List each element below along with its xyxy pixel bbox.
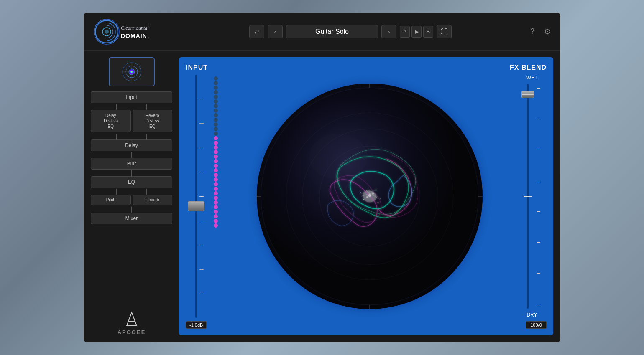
input-fader-track[interactable] <box>195 75 197 318</box>
settings-button[interactable]: ⚙ <box>542 26 553 38</box>
play-ab-button[interactable]: ▶ <box>411 26 422 38</box>
logo-area: Clearmountain's DOMAIN ™ <box>91 17 174 46</box>
vu-dot-10 <box>214 118 218 122</box>
shuffle-button[interactable]: ⇄ <box>249 25 264 38</box>
blur-chain-item[interactable]: Blur <box>91 158 172 170</box>
fx-mid-marker <box>524 196 532 197</box>
svg-point-18 <box>319 146 420 246</box>
settings-icon: ⚙ <box>544 27 551 36</box>
main-display: INPUT FX BLEND <box>179 57 553 335</box>
vu-dot-29 <box>214 205 218 209</box>
svg-point-25 <box>377 202 378 203</box>
vu-meter <box>210 75 222 300</box>
vu-dot-28 <box>214 200 218 205</box>
next-icon: › <box>388 28 390 35</box>
vu-dot-13 <box>214 132 218 136</box>
reverb-chain-item[interactable]: Reverb <box>133 195 173 205</box>
vu-dot-3 <box>214 86 218 90</box>
fx-fader-track[interactable] <box>527 84 529 309</box>
sphere-container <box>227 75 512 318</box>
svg-point-28 <box>309 134 368 180</box>
vu-dot-27 <box>214 196 218 200</box>
svg-point-21 <box>366 196 368 198</box>
vu-dot-16 <box>214 145 218 150</box>
svg-marker-13 <box>127 312 137 326</box>
vu-dot-26 <box>214 191 218 195</box>
next-preset-button[interactable]: › <box>381 25 396 38</box>
prev-preset-button[interactable]: ‹ <box>268 25 283 38</box>
vu-dot-7 <box>214 104 218 108</box>
help-button[interactable]: ? <box>526 26 538 38</box>
b-button[interactable]: B <box>423 26 433 38</box>
visualizer-button[interactable] <box>109 57 155 86</box>
plugin-window: Clearmountain's DOMAIN ™ ⇄ ‹ Guitar Solo… <box>84 13 560 342</box>
svg-text:DOMAIN: DOMAIN <box>121 33 147 39</box>
input-db-display: -1.0dB <box>186 321 207 329</box>
vu-dot-24 <box>214 182 218 186</box>
pitch-reverb-row: Pitch Reverb <box>91 195 172 206</box>
de-ess-row: DelayDe-EssEQ ReverbDe-EssEQ <box>91 110 172 133</box>
vu-dot-20 <box>214 164 218 168</box>
sphere-viz-svg <box>257 84 483 309</box>
input-chain-item[interactable]: Input <box>91 91 172 103</box>
pitch-chain-item[interactable]: Pitch <box>91 195 131 205</box>
header-controls: ⇄ ‹ Guitar Solo › A ▶ B <box>179 25 521 38</box>
apogee-icon-svg <box>123 311 140 327</box>
vu-dot-23 <box>214 178 218 182</box>
vu-dot-31 <box>214 214 218 218</box>
svg-point-20 <box>368 194 371 197</box>
bottom-row: -1.0dB 100/0 <box>186 321 547 329</box>
a-button[interactable]: A <box>400 26 410 38</box>
vu-dot-25 <box>214 187 218 191</box>
b-label: B <box>427 29 430 35</box>
vu-dot-5 <box>214 95 218 99</box>
vu-dot-18 <box>214 155 218 159</box>
eq-chain-item[interactable]: EQ <box>91 176 172 188</box>
svg-point-23 <box>363 199 364 200</box>
vu-dot-15 <box>214 141 218 145</box>
vu-dot-8 <box>214 109 218 113</box>
vu-dot-30 <box>214 210 218 214</box>
delay-de-ess-eq-item[interactable]: DelayDe-EssEQ <box>91 110 131 132</box>
display-header: INPUT FX BLEND <box>186 64 547 71</box>
a-label: A <box>403 29 406 35</box>
expand-button[interactable]: ⛶ <box>437 25 452 38</box>
preset-name-display: Guitar Solo <box>286 25 378 38</box>
wet-label: WET <box>526 75 538 81</box>
svg-point-3 <box>105 30 109 34</box>
vu-dot-21 <box>214 168 218 172</box>
shuffle-icon: ⇄ <box>254 28 259 35</box>
header-right: ? ⚙ <box>526 26 553 38</box>
svg-point-26 <box>360 192 361 193</box>
preset-name-text: Guitar Solo <box>315 28 349 36</box>
vu-dot-2 <box>214 81 218 85</box>
svg-point-24 <box>375 190 376 191</box>
reverb-de-ess-eq-item[interactable]: ReverbDe-EssEQ <box>133 110 173 132</box>
svg-point-27 <box>380 198 381 199</box>
vu-dot-14 <box>214 136 218 140</box>
svg-text:Clearmountain's: Clearmountain's <box>121 25 149 31</box>
fx-blend-section: WET <box>517 75 547 318</box>
sphere-visualization <box>257 84 483 309</box>
prev-icon: ‹ <box>274 28 276 35</box>
fx-blend-value-display: 100/0 <box>526 321 547 329</box>
delay-chain-item[interactable]: Delay <box>91 139 172 151</box>
signal-chain: Input DelayDe-EssEQ ReverbDe-EssEQ <box>91 91 172 225</box>
fx-fader-handle[interactable] <box>521 91 534 98</box>
vu-dot-4 <box>214 90 218 94</box>
mixer-chain-item[interactable]: Mixer <box>91 213 172 224</box>
fx-blend-label: FX BLEND <box>510 64 547 71</box>
apogee-logo: APOGEE <box>118 311 146 335</box>
svg-point-16 <box>261 88 478 305</box>
header: Clearmountain's DOMAIN ™ ⇄ ‹ Guitar Solo… <box>84 13 560 51</box>
apogee-text: APOGEE <box>118 329 146 335</box>
vu-dot-33 <box>214 223 218 228</box>
main-content: Input DelayDe-EssEQ ReverbDe-EssEQ <box>84 51 560 342</box>
ab-group: A ▶ B <box>400 26 433 38</box>
svg-point-19 <box>345 171 395 221</box>
input-fader-handle[interactable] <box>188 201 204 211</box>
vu-dot-11 <box>214 122 218 127</box>
vu-dot-17 <box>214 150 218 154</box>
vu-dot-9 <box>214 113 218 117</box>
input-section <box>186 75 222 318</box>
